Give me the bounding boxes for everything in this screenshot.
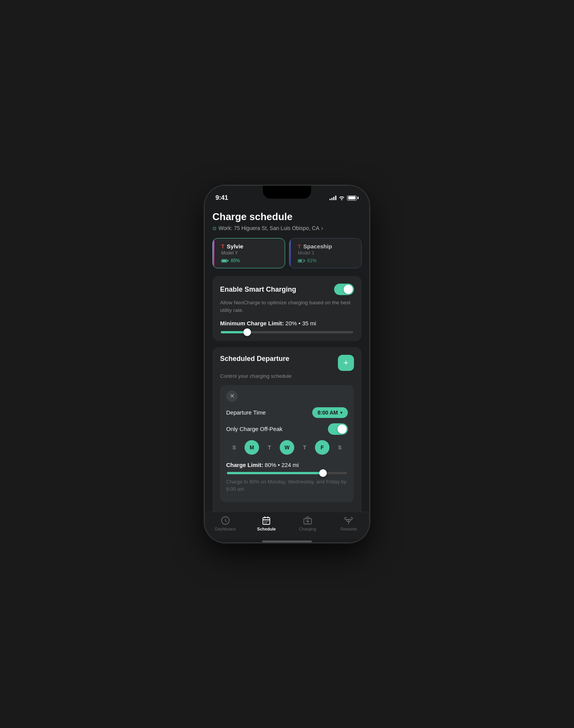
toggle-knob — [344, 285, 353, 294]
phone-frame: 9:41 Charge schedule — [205, 186, 369, 542]
off-peak-toggle[interactable] — [328, 423, 348, 435]
vehicle-model: Model Y — [218, 250, 279, 256]
smart-charging-header: Enable Smart Charging — [220, 284, 354, 295]
vehicle-card-spaceship[interactable]: T Spaceship Model 3 61% — [289, 238, 362, 268]
day-btn-tuesday[interactable]: T — [262, 440, 277, 455]
day-label: S — [232, 444, 236, 451]
min-charge-limit-bold: Minimum Charge Limit: — [220, 320, 284, 326]
vehicle-battery: 85% — [218, 258, 279, 263]
location-pin-icon: ⊙ — [212, 225, 217, 231]
day-label: M — [249, 444, 254, 451]
charge-limit-slider-fill — [227, 472, 323, 474]
scheduled-departure-card: Scheduled Departure + Control your charg… — [212, 347, 362, 512]
departure-title-group: Scheduled Departure — [220, 355, 289, 363]
vehicle-selector: T Sylvie Model Y 85% T Spac — [212, 238, 362, 268]
charge-note: Charge to 80% on Monday, Wednesday, and … — [226, 478, 348, 493]
wifi-icon — [339, 196, 345, 200]
smart-charging-card: Enable Smart Charging Allow NeoCharge to… — [212, 276, 362, 341]
bottom-nav: Dashboard Schedule — [205, 512, 369, 539]
vehicle-battery-icon-2 — [298, 259, 304, 263]
min-charge-slider[interactable] — [221, 331, 353, 333]
status-icons — [329, 196, 359, 201]
time-chevron-icon: ▾ — [340, 410, 342, 415]
day-btn-thursday[interactable]: T — [297, 440, 312, 455]
min-charge-value: 20% — [285, 320, 297, 326]
dashboard-icon — [221, 516, 230, 525]
charge-limit-value: 80% — [265, 462, 276, 468]
add-another-departure-row[interactable]: + Add another scheduled departure — [220, 508, 354, 512]
off-peak-row: Only Charge Off-Peak — [226, 423, 348, 435]
charge-limit-bold: Charge Limit: — [226, 462, 263, 468]
min-charge-slider-thumb — [243, 328, 251, 336]
day-label: W — [284, 444, 289, 451]
off-peak-toggle-knob — [338, 424, 347, 434]
nav-item-rewards[interactable]: Rewards — [335, 516, 362, 531]
phone-screen: 9:41 Charge schedule — [205, 186, 369, 542]
day-btn-saturday[interactable]: S — [333, 440, 347, 455]
vehicle-name: Sylvie — [227, 243, 243, 250]
nav-item-charging[interactable]: Charging — [294, 516, 321, 531]
departure-time-value: 8:00 AM — [318, 410, 338, 416]
location-row[interactable]: ⊙ Work: 75 Higuera St, San Luis Obispo, … — [212, 225, 362, 231]
departure-time-dropdown[interactable]: 8:00 AM ▾ — [312, 407, 348, 418]
vehicle-accent-bar — [213, 238, 214, 268]
vehicle-battery-icon — [221, 259, 227, 263]
signal-icon — [329, 196, 336, 200]
notch — [263, 186, 311, 199]
nav-label-rewards: Rewards — [341, 527, 357, 531]
day-btn-wednesday[interactable]: W — [280, 440, 294, 455]
vehicle-battery-percent-2: 61% — [307, 258, 316, 263]
charging-icon — [303, 516, 312, 525]
day-label: F — [321, 444, 324, 451]
remove-departure-button[interactable]: ✕ — [226, 390, 238, 402]
scroll-content[interactable]: Charge schedule ⊙ Work: 75 Higuera St, S… — [205, 205, 369, 512]
departure-item: ✕ Departure Time 8:00 AM ▾ Only Charge O… — [220, 385, 354, 502]
location-chevron-icon: › — [321, 225, 323, 231]
day-label: S — [338, 444, 341, 451]
page-title: Charge schedule — [212, 211, 362, 223]
smart-charging-toggle[interactable] — [334, 284, 354, 295]
departure-time-row: Departure Time 8:00 AM ▾ — [226, 407, 348, 418]
battery-icon — [347, 196, 359, 201]
day-btn-sunday-1[interactable]: S — [227, 440, 241, 455]
tesla-logo-icon-2: T — [298, 243, 301, 250]
location-text: Work: 75 Higuera St, San Luis Obispo, CA — [219, 225, 320, 231]
departure-header: Scheduled Departure + — [220, 355, 354, 371]
charge-limit-label: Charge Limit: 80% • 224 mi — [226, 462, 348, 468]
charge-limit-slider[interactable] — [227, 472, 347, 474]
nav-item-schedule[interactable]: Schedule — [253, 516, 280, 531]
add-departure-button[interactable]: + — [338, 355, 354, 371]
day-btn-friday[interactable]: F — [315, 440, 329, 455]
nav-label-dashboard: Dashboard — [215, 527, 236, 531]
vehicle-card-sylvie[interactable]: T Sylvie Model Y 85% — [212, 238, 285, 268]
day-btn-monday[interactable]: M — [245, 440, 259, 455]
tesla-logo-icon: T — [221, 243, 225, 250]
day-label: T — [303, 444, 307, 451]
vehicle-header-2: T Spaceship — [295, 243, 356, 250]
smart-charging-title: Enable Smart Charging — [220, 286, 296, 294]
charge-limit-slider-thumb — [319, 469, 327, 477]
charge-limit-row: Charge Limit: 80% • 224 mi Charge to 80%… — [226, 462, 348, 493]
vehicle-name-2: Spaceship — [303, 243, 332, 250]
departure-title: Scheduled Departure — [220, 355, 289, 363]
vehicle-battery-percent: 85% — [231, 258, 240, 263]
vehicle-model-2: Model 3 — [295, 250, 356, 256]
add-departure-plus-icon: + — [344, 359, 349, 367]
vehicle-header: T Sylvie — [218, 243, 279, 250]
home-indicator — [262, 540, 312, 542]
vehicle-accent-bar-2 — [289, 238, 291, 268]
days-selector: S M T W T F S — [226, 440, 348, 455]
nav-item-dashboard[interactable]: Dashboard — [212, 516, 239, 531]
smart-charging-description: Allow NeoCharge to optimize charging bas… — [220, 299, 354, 315]
departure-time-label: Departure Time — [226, 409, 266, 416]
departure-description: Control your charging schedule — [220, 373, 354, 379]
charge-limit-miles: 224 mi — [281, 462, 298, 468]
rewards-icon — [344, 516, 353, 525]
schedule-icon — [262, 516, 271, 525]
status-time: 9:41 — [215, 194, 228, 202]
nav-label-charging: Charging — [299, 527, 316, 531]
nav-label-schedule: Schedule — [257, 527, 276, 531]
min-charge-miles: 35 mi — [302, 320, 316, 326]
vehicle-battery-2: 61% — [295, 258, 356, 263]
off-peak-label: Only Charge Off-Peak — [226, 426, 282, 432]
